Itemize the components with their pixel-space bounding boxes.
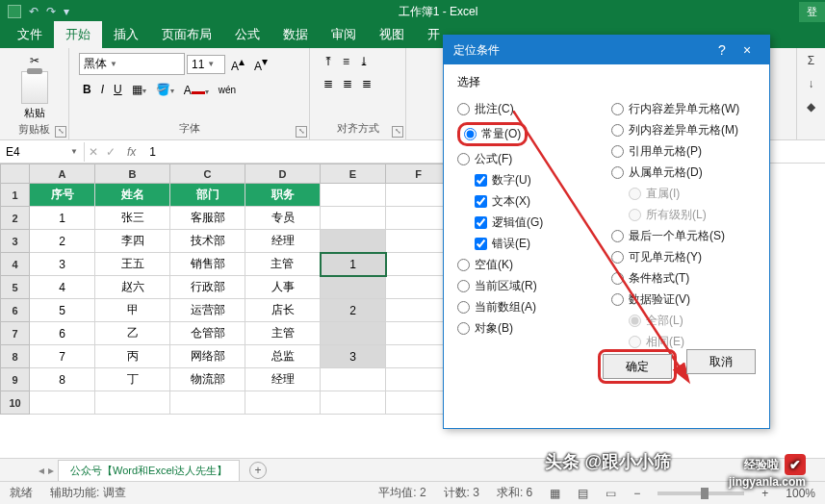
- fill-color-icon[interactable]: 🪣▾: [152, 80, 178, 99]
- cell[interactable]: 丙: [95, 345, 170, 368]
- cell[interactable]: 专员: [245, 207, 321, 230]
- option-空值(K)[interactable]: 空值(K): [457, 257, 602, 273]
- radio-input[interactable]: [457, 280, 470, 292]
- align-launcher[interactable]: ⤡: [392, 126, 403, 138]
- ribbon-tab-5[interactable]: 数据: [271, 21, 320, 48]
- cell[interactable]: [386, 276, 451, 299]
- ribbon-tab-3[interactable]: 页面布局: [150, 21, 223, 48]
- cell[interactable]: 仓管部: [170, 322, 245, 345]
- option-可见单元格(Y)[interactable]: 可见单元格(Y): [611, 249, 756, 265]
- cell[interactable]: [321, 276, 386, 299]
- radio-input[interactable]: [457, 322, 470, 335]
- row-header[interactable]: 6: [1, 299, 30, 322]
- cell[interactable]: [386, 322, 451, 345]
- radio-input[interactable]: [611, 166, 624, 179]
- cell[interactable]: 销售部: [170, 253, 245, 276]
- cell[interactable]: 店长: [245, 299, 321, 322]
- cell[interactable]: 6: [30, 322, 95, 345]
- cell[interactable]: 运营部: [170, 299, 245, 322]
- cell[interactable]: 物流部: [170, 368, 245, 391]
- radio-input[interactable]: [611, 124, 624, 137]
- option-对象(B)[interactable]: 对象(B): [457, 320, 602, 337]
- ribbon-tab-6[interactable]: 审阅: [320, 21, 368, 48]
- row-header[interactable]: 3: [1, 230, 30, 253]
- cut-icon[interactable]: ✂: [26, 52, 43, 69]
- cell[interactable]: 4: [30, 276, 95, 299]
- option-从属单元格(D)[interactable]: 从属单元格(D): [611, 164, 756, 181]
- cell[interactable]: 赵六: [95, 276, 170, 299]
- ribbon-tab-0[interactable]: 文件: [6, 21, 54, 48]
- cell[interactable]: 主管: [245, 253, 321, 276]
- align-top-icon[interactable]: ⤒: [320, 52, 337, 71]
- clipboard-launcher[interactable]: ⤡: [55, 126, 66, 138]
- table-header-cell[interactable]: 职务: [245, 184, 321, 207]
- fx-icon[interactable]: fx: [119, 145, 143, 159]
- cell[interactable]: [321, 391, 386, 415]
- option-引用单元格(P)[interactable]: 引用单元格(P): [611, 143, 756, 160]
- cancel-formula-icon[interactable]: ✕: [85, 145, 102, 159]
- radio-input[interactable]: [611, 230, 624, 242]
- paste-button[interactable]: 粘贴: [24, 106, 45, 120]
- sheet-tab[interactable]: 公众号【Word和Excel达人先生】: [58, 460, 240, 481]
- phonetic-icon[interactable]: wén: [215, 82, 240, 98]
- radio-input[interactable]: [611, 272, 624, 285]
- checkbox-input[interactable]: [475, 195, 487, 208]
- close-icon[interactable]: ×: [735, 42, 760, 58]
- option-数据验证(V)[interactable]: 数据验证(V): [611, 291, 756, 308]
- cell[interactable]: 丁: [95, 368, 170, 391]
- option-错误(E)[interactable]: 错误(E): [475, 236, 602, 252]
- checkbox-input[interactable]: [475, 238, 487, 250]
- row-header[interactable]: 10: [1, 391, 30, 415]
- cell[interactable]: 2: [30, 230, 95, 253]
- font-size-combo[interactable]: 11▼: [187, 55, 225, 74]
- col-header[interactable]: C: [170, 164, 245, 184]
- col-header[interactable]: A: [30, 164, 95, 184]
- option-当前区域(R)[interactable]: 当前区域(R): [457, 278, 602, 294]
- option-当前数组(A)[interactable]: 当前数组(A): [457, 299, 602, 315]
- cell[interactable]: 5: [30, 299, 95, 322]
- italic-button[interactable]: I: [97, 80, 108, 99]
- cell[interactable]: [321, 230, 386, 253]
- redo-icon[interactable]: ↷: [46, 5, 56, 18]
- cell[interactable]: 1: [30, 207, 95, 230]
- option-批注(C)[interactable]: 批注(C): [457, 101, 602, 117]
- row-header[interactable]: 8: [1, 345, 30, 368]
- cell[interactable]: 2: [321, 299, 386, 322]
- checkbox-input[interactable]: [475, 174, 487, 187]
- row-header[interactable]: 9: [1, 368, 30, 391]
- align-left-icon[interactable]: ≣: [320, 74, 337, 93]
- cell[interactable]: 7: [30, 345, 95, 368]
- cell[interactable]: 经理: [245, 230, 321, 253]
- row-header[interactable]: 1: [1, 184, 30, 207]
- table-header-cell[interactable]: 姓名: [95, 184, 170, 207]
- option-行内容差异单元格(W)[interactable]: 行内容差异单元格(W): [611, 101, 756, 117]
- cell[interactable]: 行政部: [170, 276, 245, 299]
- option-条件格式(T)[interactable]: 条件格式(T): [611, 270, 756, 287]
- cell[interactable]: 总监: [245, 345, 321, 368]
- enter-formula-icon[interactable]: ✓: [102, 145, 119, 159]
- row-header[interactable]: 7: [1, 322, 30, 345]
- col-header[interactable]: E: [321, 164, 386, 184]
- select-all-corner[interactable]: [1, 164, 30, 184]
- row-header[interactable]: 4: [1, 253, 30, 276]
- shrink-font-icon[interactable]: A▾: [250, 52, 271, 76]
- option-最后一个单元格(S)[interactable]: 最后一个单元格(S): [611, 228, 756, 244]
- cell[interactable]: 技术部: [170, 230, 245, 253]
- option-常量(O)[interactable]: 常量(O): [457, 122, 602, 146]
- cell[interactable]: [170, 391, 245, 415]
- font-name-combo[interactable]: 黑体▼: [79, 53, 185, 75]
- align-right-icon[interactable]: ≣: [358, 74, 375, 93]
- option-列内容差异单元格(M)[interactable]: 列内容差异单元格(M): [611, 122, 756, 139]
- cell[interactable]: 乙: [95, 322, 170, 345]
- cell[interactable]: [386, 184, 451, 207]
- cell[interactable]: [321, 207, 386, 230]
- option-公式(F)[interactable]: 公式(F): [457, 151, 602, 167]
- radio-input[interactable]: [457, 153, 470, 165]
- bold-button[interactable]: B: [79, 80, 95, 99]
- cell[interactable]: 8: [30, 368, 95, 391]
- view-break-icon[interactable]: ▭: [606, 487, 616, 500]
- cell[interactable]: 3: [30, 253, 95, 276]
- cell[interactable]: 3: [321, 345, 386, 368]
- ribbon-tab-4[interactable]: 公式: [223, 21, 271, 48]
- radio-input[interactable]: [457, 259, 470, 271]
